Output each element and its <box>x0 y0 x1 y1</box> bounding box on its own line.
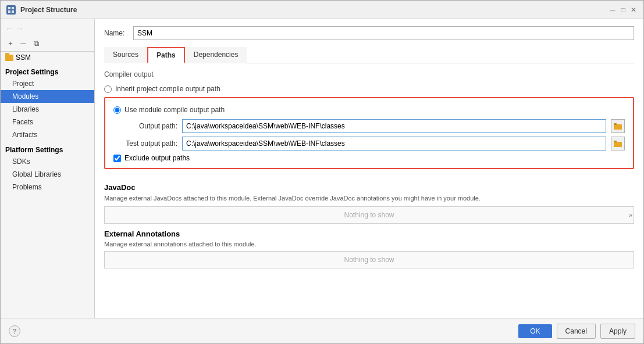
ext-annotations-title: External Annotations <box>104 230 634 238</box>
test-output-path-input[interactable] <box>182 137 606 150</box>
javadoc-section: JavaDoc Manage external JavaDocs attache… <box>104 183 634 224</box>
add-module-button[interactable]: + <box>5 38 16 49</box>
bottom-right-buttons: OK Cancel Apply <box>518 324 635 339</box>
platform-settings-header: Platform Settings <box>1 141 94 155</box>
svg-rect-8 <box>614 141 617 142</box>
exclude-label: Exclude output paths <box>124 154 190 162</box>
tab-dependencies[interactable]: Dependencies <box>185 47 247 63</box>
content-area: ← → + ─ ⧉ SSM Project Settings Project M… <box>1 19 643 318</box>
ext-annotations-desc: Manage external annotations attached to … <box>104 241 634 248</box>
svg-rect-0 <box>8 7 10 9</box>
apply-button[interactable]: Apply <box>600 324 635 339</box>
ext-annotations-empty-list: Nothing to show <box>104 251 634 268</box>
window-title: Project Structure <box>20 6 77 14</box>
title-bar-left: Project Structure <box>6 5 77 15</box>
use-module-box: Use module compile output path Output pa… <box>104 97 634 169</box>
tree-item-label: SSM <box>16 53 31 62</box>
project-structure-window: Project Structure ─ □ ✕ ← → + ─ ⧉ SSM Pr… <box>0 0 644 344</box>
copy-module-button[interactable]: ⧉ <box>31 38 41 49</box>
javadoc-empty-list: Nothing to show » <box>104 206 634 224</box>
output-path-input[interactable] <box>182 119 606 133</box>
test-output-path-folder-btn[interactable] <box>611 137 625 150</box>
test-output-path-row: Test output path: <box>113 137 625 150</box>
inherit-label: Inherit project compile output path <box>115 85 220 93</box>
javadoc-title: JavaDoc <box>104 183 634 192</box>
output-path-folder-btn[interactable] <box>611 119 625 133</box>
forward-button[interactable]: → <box>16 24 24 33</box>
compiler-output-label: Compiler output <box>104 70 634 78</box>
inherit-radio-option: Inherit project compile output path <box>104 83 634 95</box>
sidebar-item-problems[interactable]: Problems <box>1 181 94 193</box>
sidebar-toolbar: + ─ ⧉ <box>1 35 94 52</box>
test-output-path-label: Test output path: <box>113 139 177 148</box>
sidebar-item-modules[interactable]: Modules <box>1 90 94 103</box>
cancel-button[interactable]: Cancel <box>557 324 596 339</box>
inherit-radio[interactable] <box>104 85 112 93</box>
folder-icon <box>5 55 13 61</box>
svg-rect-7 <box>614 142 622 147</box>
app-icon <box>6 5 16 15</box>
name-row: Name: <box>104 26 634 40</box>
exclude-checkbox[interactable] <box>113 155 121 162</box>
title-bar: Project Structure ─ □ ✕ <box>1 1 643 19</box>
remove-module-button[interactable]: ─ <box>18 38 29 49</box>
output-path-label: Output path: <box>113 122 177 130</box>
maximize-button[interactable]: □ <box>619 6 627 14</box>
sidebar-item-sdks[interactable]: SDKs <box>1 155 94 168</box>
name-label: Name: <box>104 29 127 37</box>
compiler-output-section: Compiler output Inherit project compile … <box>104 70 634 171</box>
use-module-radio[interactable] <box>113 106 121 114</box>
sidebar-item-global-libraries[interactable]: Global Libraries <box>1 168 94 181</box>
javadoc-desc: Manage external JavaDocs attached to thi… <box>104 194 634 203</box>
tabs-bar: Sources Paths Dependencies <box>104 47 634 63</box>
nav-arrows: ← → <box>1 21 94 35</box>
ext-annotations-section: External Annotations Manage external ann… <box>104 230 634 268</box>
back-button[interactable]: ← <box>5 24 13 33</box>
sidebar-item-libraries[interactable]: Libraries <box>1 103 94 116</box>
ok-button[interactable]: OK <box>518 324 552 338</box>
sidebar-item-facets[interactable]: Facets <box>1 116 94 128</box>
main-panel: Name: Sources Paths Dependencies Compile… <box>95 19 643 318</box>
svg-rect-6 <box>614 123 617 125</box>
tree-item-ssm[interactable]: SSM <box>1 52 94 63</box>
ext-annotations-empty-label: Nothing to show <box>344 256 394 264</box>
svg-rect-3 <box>12 10 14 13</box>
exclude-checkbox-row: Exclude output paths <box>113 154 625 162</box>
tab-paths[interactable]: Paths <box>147 47 185 63</box>
javadoc-expand-btn[interactable]: » <box>629 212 632 218</box>
javadoc-empty-label: Nothing to show <box>344 211 394 219</box>
close-button[interactable]: ✕ <box>629 6 638 14</box>
svg-rect-1 <box>12 7 14 9</box>
minimize-button[interactable]: ─ <box>609 6 617 14</box>
sidebar: ← → + ─ ⧉ SSM Project Settings Project M… <box>1 19 95 318</box>
window-controls: ─ □ ✕ <box>609 6 638 14</box>
svg-rect-2 <box>8 10 10 13</box>
sidebar-item-project[interactable]: Project <box>1 77 94 90</box>
sidebar-item-artifacts[interactable]: Artifacts <box>1 128 94 141</box>
use-module-label: Use module compile output path <box>124 106 225 114</box>
help-button[interactable]: ? <box>9 325 20 337</box>
bottom-bar: ? OK Cancel Apply <box>1 318 643 343</box>
tab-sources[interactable]: Sources <box>104 47 147 63</box>
project-settings-header: Project Settings <box>1 63 94 77</box>
name-input[interactable] <box>133 26 634 40</box>
output-path-row: Output path: <box>113 119 625 133</box>
use-module-radio-option: Use module compile output path <box>113 104 625 116</box>
